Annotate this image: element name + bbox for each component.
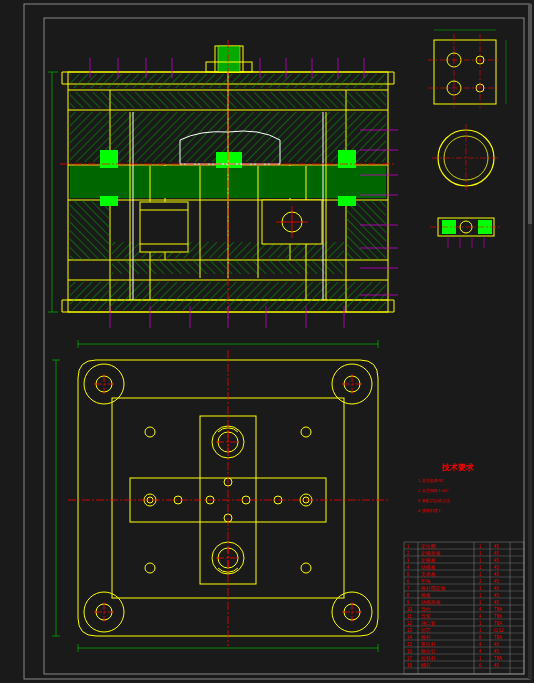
svg-text:17: 17 [407,656,413,661]
svg-text:45: 45 [494,593,500,598]
svg-text:导柱: 导柱 [421,606,431,612]
svg-text:T8A: T8A [494,614,502,619]
svg-text:45: 45 [494,663,500,668]
svg-text:4: 4 [407,565,410,570]
svg-text:14: 14 [407,635,413,640]
svg-text:16: 16 [407,649,413,654]
bom-text: 1定位圈145 2定模座板145 3定模板145 4动模板145 5支承板145… [407,543,504,668]
svg-text:定模座板: 定模座板 [421,550,441,556]
svg-text:7: 7 [407,586,410,591]
svg-text:Cr12: Cr12 [494,628,504,633]
svg-text:45: 45 [494,544,500,549]
svg-rect-11 [346,200,386,260]
svg-text:4: 4 [479,614,482,619]
svg-text:45: 45 [494,558,500,563]
svg-text:11: 11 [407,614,413,619]
svg-text:导套: 导套 [421,613,431,619]
svg-text:45: 45 [494,642,500,647]
svg-point-90 [145,427,155,437]
bom-table: 1定位圈145 2定模座板145 3定模板145 4动模板145 5支承板145… [404,542,524,674]
svg-text:1: 1 [479,558,482,563]
svg-text:6: 6 [479,663,482,668]
svg-text:45: 45 [494,586,500,591]
note-line-0: 1. 未注圆角R2 [418,478,444,483]
detail-view-circle [432,124,500,192]
svg-text:45: 45 [494,649,500,654]
svg-text:推杆: 推杆 [421,634,431,640]
svg-rect-18 [338,196,356,206]
svg-text:4: 4 [479,642,482,647]
note-line-2: 3. 装配后运动灵活 [418,498,450,503]
svg-text:18: 18 [407,663,413,668]
svg-text:定位圈: 定位圈 [421,543,436,549]
svg-text:1: 1 [479,593,482,598]
svg-text:3: 3 [407,558,410,563]
notes-header: 技术要求 [441,463,475,472]
svg-text:45: 45 [494,572,500,577]
svg-text:拉料杆: 拉料杆 [421,655,436,661]
plan-view-bottom [52,340,388,652]
svg-rect-17 [100,196,118,206]
svg-text:8: 8 [407,593,410,598]
svg-text:螺钉: 螺钉 [421,662,431,668]
svg-text:2: 2 [407,551,410,556]
svg-text:45: 45 [494,579,500,584]
cad-drawing-canvas[interactable]: 技术要求 1. 未注圆角R2 2. 未注倒角1×45° 3. 装配后运动灵活 4… [0,0,534,683]
note-line-1: 2. 未注倒角1×45° [418,488,449,493]
svg-text:9: 9 [407,600,410,605]
svg-rect-16 [338,150,356,168]
svg-text:1: 1 [479,565,482,570]
svg-text:1: 1 [479,628,482,633]
svg-text:1: 1 [407,544,410,549]
detail-view-slot [430,218,500,248]
svg-text:5: 5 [407,572,410,577]
svg-text:推板: 推板 [421,592,431,598]
note-line-3: 4. 脱模斜度1° [418,508,443,513]
svg-text:动模板: 动模板 [421,564,436,570]
svg-text:8: 8 [479,635,482,640]
svg-text:15: 15 [407,642,413,647]
tech-requirements: 技术要求 1. 未注圆角R2 2. 未注倒角1×45° 3. 装配后运动灵活 4… [418,463,475,513]
svg-text:1: 1 [479,544,482,549]
svg-text:1: 1 [479,656,482,661]
svg-text:4: 4 [479,649,482,654]
svg-text:推杆固定板: 推杆固定板 [421,585,446,591]
svg-text:垫块: 垫块 [421,578,431,584]
scrollbar-thumb[interactable] [528,4,532,224]
svg-point-92 [145,563,155,573]
svg-text:1: 1 [479,621,482,626]
svg-text:12: 12 [407,621,413,626]
svg-text:支承板: 支承板 [421,571,436,577]
svg-text:动模座板: 动模座板 [421,599,441,605]
svg-text:1: 1 [479,572,482,577]
svg-text:T8A: T8A [494,635,502,640]
svg-text:10: 10 [407,607,413,612]
svg-text:T8A: T8A [494,656,502,661]
svg-rect-15 [100,150,118,168]
svg-text:4: 4 [479,607,482,612]
svg-text:限位钉: 限位钉 [421,648,436,654]
svg-text:1: 1 [479,586,482,591]
svg-text:定模板: 定模板 [421,557,436,563]
svg-text:T8A: T8A [494,621,502,626]
svg-text:2: 2 [479,579,482,584]
svg-rect-2 [218,46,240,72]
svg-point-91 [301,427,311,437]
detail-view-top-right [428,30,506,108]
svg-text:型芯: 型芯 [421,627,431,633]
svg-point-93 [301,563,311,573]
svg-text:1: 1 [479,600,482,605]
svg-text:45: 45 [494,551,500,556]
svg-text:45: 45 [494,565,500,570]
svg-rect-10 [70,200,110,260]
svg-text:6: 6 [407,579,410,584]
svg-text:浇口套: 浇口套 [421,620,436,626]
svg-rect-19 [216,152,242,168]
svg-rect-117 [434,40,496,104]
svg-text:T8A: T8A [494,607,502,612]
svg-text:复位杆: 复位杆 [421,641,436,647]
svg-text:13: 13 [407,628,413,633]
svg-text:1: 1 [479,551,482,556]
section-view-top [48,40,398,328]
svg-text:45: 45 [494,600,500,605]
